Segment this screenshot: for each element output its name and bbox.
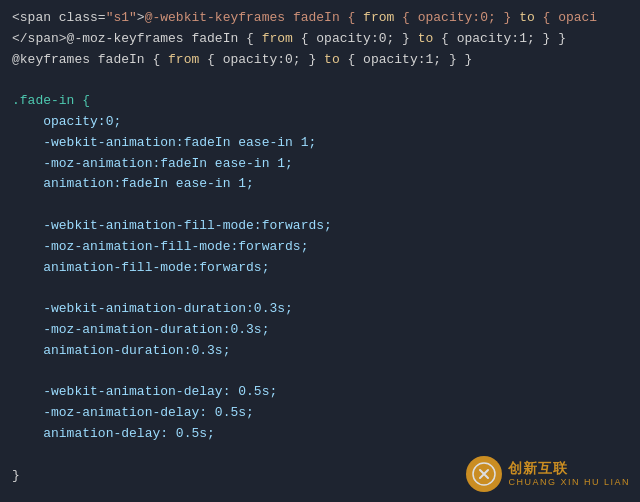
property-duration: animation-duration:0.3s; [43,343,230,358]
code-line-7: -webkit-animation:fadeIn ease-in 1; [12,133,628,154]
code-line-17: animation-duration:0.3s; [12,341,628,362]
span-tag: <span class="s1"> [12,10,145,25]
code-line-14 [12,278,628,299]
property-animation: animation:fadeIn ease-in 1; [43,176,254,191]
watermark-pinyin-text: CHUANG XIN HU LIAN [508,477,630,488]
code-text: @-webkit-keyframes fadeIn { from { opaci… [145,10,598,25]
code-line-9: animation:fadeIn ease-in 1; [12,174,628,195]
code-line-1: <span class="s1">@-webkit-keyframes fade… [12,8,628,29]
code-line-2: </span>@-moz-keyframes fadeIn { from { o… [12,29,628,50]
watermark-cn-text: 创新互联 [508,460,630,477]
closing-brace: } [12,468,20,483]
code-block: <span class="s1">@-webkit-keyframes fade… [0,0,640,494]
watermark-text: 创新互联 CHUANG XIN HU LIAN [508,460,630,488]
close-span-tag: </span> [12,31,67,46]
code-line-16: -moz-animation-duration:0.3s; [12,320,628,341]
watermark: 创新互联 CHUANG XIN HU LIAN [466,456,630,492]
property-moz-animation: -moz-animation:fadeIn ease-in 1; [43,156,293,171]
moz-keyframes: @-moz-keyframes fadeIn { from { opacity:… [67,31,566,46]
property-fill-mode: animation-fill-mode:forwards; [43,260,269,275]
property-moz-delay: -moz-animation-delay: 0.5s; [43,405,254,420]
code-line-11: -webkit-animation-fill-mode:forwards; [12,216,628,237]
code-line-3: @keyframes fadeIn { from { opacity:0; } … [12,50,628,71]
property-webkit-delay: -webkit-animation-delay: 0.5s; [43,384,277,399]
code-line-12: -moz-animation-fill-mode:forwards; [12,237,628,258]
property-webkit-duration: -webkit-animation-duration:0.3s; [43,301,293,316]
code-line-13: animation-fill-mode:forwards; [12,258,628,279]
code-line-5: .fade-in { [12,91,628,112]
code-line-4 [12,70,628,91]
watermark-icon [466,456,502,492]
code-line-18 [12,362,628,383]
code-line-8: -moz-animation:fadeIn ease-in 1; [12,154,628,175]
property-webkit-animation: -webkit-animation:fadeIn ease-in 1; [43,135,316,150]
keyframes: @keyframes fadeIn { from { opacity:0; } … [12,52,472,67]
code-line-10 [12,195,628,216]
property-opacity: opacity:0; [43,114,121,129]
code-line-6: opacity:0; [12,112,628,133]
code-line-20: -moz-animation-delay: 0.5s; [12,403,628,424]
property-delay: animation-delay: 0.5s; [43,426,215,441]
code-line-15: -webkit-animation-duration:0.3s; [12,299,628,320]
property-moz-fill-mode: -moz-animation-fill-mode:forwards; [43,239,308,254]
selector: .fade-in { [12,93,90,108]
property-moz-duration: -moz-animation-duration:0.3s; [43,322,269,337]
property-webkit-fill-mode: -webkit-animation-fill-mode:forwards; [43,218,332,233]
code-line-19: -webkit-animation-delay: 0.5s; [12,382,628,403]
code-line-21: animation-delay: 0.5s; [12,424,628,445]
